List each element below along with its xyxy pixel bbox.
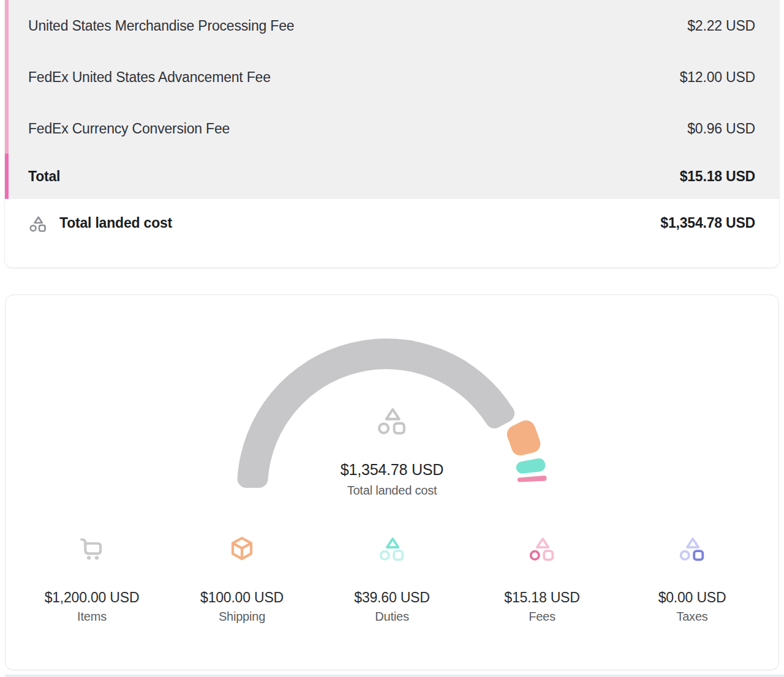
landed-cost-value: $1,354.78 USD <box>660 214 755 232</box>
legend-label: Fees <box>467 609 617 624</box>
legend-item-taxes: $0.00 USD Taxes <box>617 537 767 624</box>
legend-value: $100.00 USD <box>167 589 317 606</box>
cart-icon <box>79 536 105 562</box>
fee-total-row: Total $15.18 USD <box>9 154 779 199</box>
legend-label: Items <box>17 609 167 624</box>
fee-row-label: United States Merchandise Processing Fee <box>28 18 294 34</box>
landed-cost-row: Total landed cost $1,354.78 USD <box>5 199 779 267</box>
shapes-icon <box>377 427 407 438</box>
legend-value: $15.18 USD <box>467 589 617 606</box>
shapes-icon <box>29 215 47 233</box>
gauge-legend: $1,200.00 USD Items $100.00 USD Shipping… <box>6 537 778 624</box>
box-icon <box>230 537 254 561</box>
landed-cost-label: Total landed cost <box>59 214 172 232</box>
shapes-icon <box>379 536 405 562</box>
legend-label: Duties <box>317 609 467 624</box>
legend-value: $39.60 USD <box>317 589 467 606</box>
fee-row-label: FedEx United States Advancement Fee <box>28 69 271 86</box>
fee-summary-card: United States Merchandise Processing Fee… <box>5 0 779 267</box>
shapes-icon <box>29 215 47 235</box>
accent-bar-light <box>5 0 9 154</box>
legend-label: Shipping <box>167 609 317 624</box>
accent-bar-dark <box>5 154 9 199</box>
fee-row-label: FedEx Currency Conversion Fee <box>28 121 230 137</box>
legend-item-duties: $39.60 USD Duties <box>317 537 467 624</box>
fee-row-value: $2.22 USD <box>687 18 755 34</box>
fee-row: FedEx Currency Conversion Fee $0.96 USD <box>9 103 779 154</box>
fee-row: United States Merchandise Processing Fee… <box>9 0 779 51</box>
fee-row-value: $0.96 USD <box>687 121 755 137</box>
legend-item-fees: $15.18 USD Fees <box>467 537 617 624</box>
accent-bar <box>5 0 9 199</box>
gauge-center-label: Total landed cost <box>6 483 778 498</box>
legend-item-items: $1,200.00 USD Items <box>17 537 167 624</box>
fee-total-label: Total <box>28 168 60 185</box>
fee-table: United States Merchandise Processing Fee… <box>5 0 779 199</box>
fee-row-value: $12.00 USD <box>680 69 755 86</box>
gauge-center: $1,354.78 USD Total landed cost <box>6 406 778 498</box>
fee-row: FedEx United States Advancement Fee $12.… <box>9 51 779 103</box>
gauge-center-value: $1,354.78 USD <box>6 460 778 479</box>
legend-value: $0.00 USD <box>617 589 767 606</box>
shapes-icon <box>377 406 407 436</box>
fee-total-value: $15.18 USD <box>680 168 755 185</box>
gauge-card: $1,354.78 USD Total landed cost $1,200.0… <box>5 294 779 670</box>
legend-label: Taxes <box>617 609 767 624</box>
shapes-icon <box>679 536 705 562</box>
shapes-icon <box>529 536 555 562</box>
bottom-edge <box>5 675 784 677</box>
legend-item-shipping: $100.00 USD Shipping <box>167 537 317 624</box>
legend-value: $1,200.00 USD <box>17 589 167 606</box>
